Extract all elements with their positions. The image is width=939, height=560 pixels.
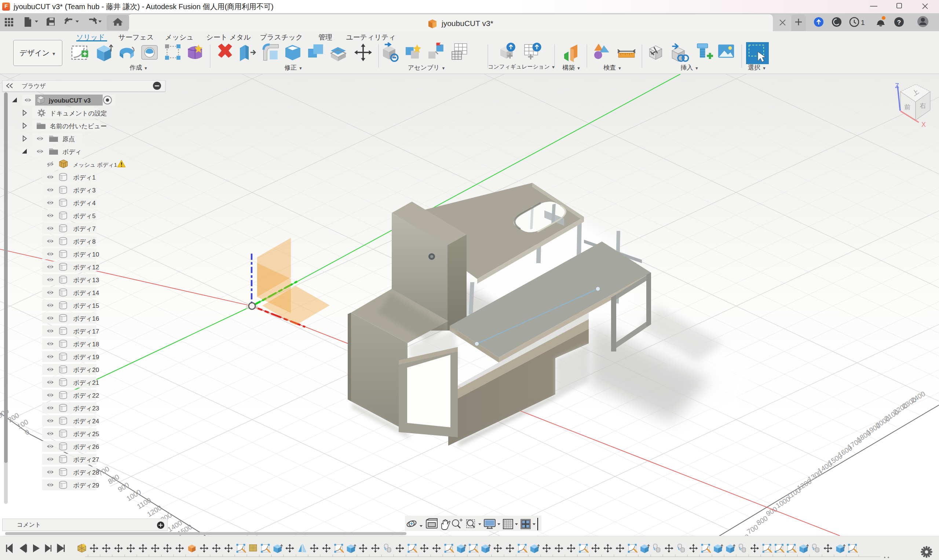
svg-text:ボディ24: ボディ24 [73,418,99,425]
svg-text:原点: 原点 [62,135,75,143]
svg-text:ボディ18: ボディ18 [73,341,99,348]
svg-text:前: 前 [905,104,911,111]
svg-text:X: X [921,121,926,128]
svg-text:ボディ12: ボディ12 [73,264,99,271]
svg-text:ボディ10: ボディ10 [73,251,99,258]
svg-text:ボディ26: ボディ26 [73,443,99,451]
svg-text:ボディ20: ボディ20 [73,366,99,374]
svg-text:jyoubuCUT v3: jyoubuCUT v3 [48,97,91,104]
svg-text:ボディ5: ボディ5 [73,212,96,220]
svg-text:?: ? [897,19,901,26]
svg-text:jyoubuCUT v3*: jyoubuCUT v3* [441,19,493,28]
svg-text:ボディ28: ボディ28 [73,469,99,476]
svg-text:ボディ1: ボディ1 [73,174,96,181]
svg-text:ボディ29: ボディ29 [73,482,99,489]
svg-text:メッシュ ボディ1: メッシュ ボディ1 [73,162,117,168]
svg-text:1: 1 [861,19,865,26]
svg-text:ボディ: ボディ [62,148,82,155]
svg-text:名前の付いたビュー: 名前の付いたビュー [50,123,107,130]
svg-text:ボディ23: ボディ23 [73,405,99,412]
svg-text:ボディ21: ボディ21 [73,379,99,386]
svg-text:ボディ15: ボディ15 [73,302,99,309]
svg-text:ボディ4: ボディ4 [73,200,96,207]
svg-text:ボディ7: ボディ7 [73,225,96,232]
svg-text:ボディ8: ボディ8 [73,238,96,245]
svg-text:ボディ27: ボディ27 [73,456,99,463]
svg-text:右: 右 [920,102,926,109]
svg-text:Z: Z [895,82,899,89]
svg-text:ボディ3: ボディ3 [73,187,96,194]
svg-text:ボディ22: ボディ22 [73,392,99,399]
svg-text:ドキュメントの設定: ドキュメントの設定 [50,110,107,117]
svg-text:ボディ25: ボディ25 [73,431,99,438]
svg-text:ボディ13: ボディ13 [73,277,99,284]
svg-text:ボディ17: ボディ17 [73,328,99,335]
svg-text:ボディ14: ボディ14 [73,289,99,297]
svg-text:ボディ19: ボディ19 [73,354,99,361]
svg-text:ボディ16: ボディ16 [73,315,99,322]
